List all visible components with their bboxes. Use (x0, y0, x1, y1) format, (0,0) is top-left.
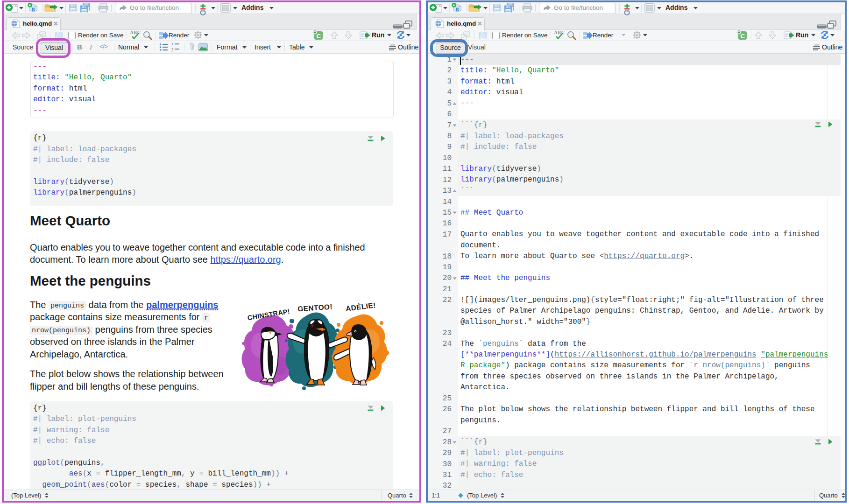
svg-text:ADÉLIE!: ADÉLIE! (345, 301, 376, 313)
svg-text:ABC: ABC (554, 30, 565, 35)
svg-text:2: 2 (171, 48, 173, 51)
svg-text:ABC: ABC (130, 30, 141, 35)
svg-text:R: R (456, 7, 459, 12)
svg-text:GENTOO!: GENTOO! (297, 302, 333, 313)
svg-text:C: C (317, 33, 321, 40)
svg-text:R: R (32, 7, 35, 12)
svg-text:C: C (741, 33, 745, 40)
svg-text:1: 1 (171, 42, 173, 46)
